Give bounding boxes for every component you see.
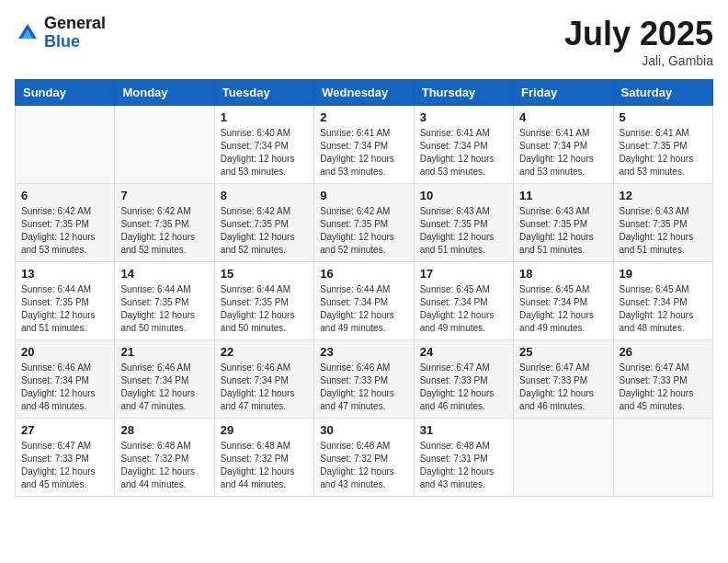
day-number: 21	[120, 345, 208, 359]
day-number: 1	[221, 110, 308, 124]
day-info: Sunrise: 6:48 AM Sunset: 7:32 PM Dayligh…	[320, 440, 407, 491]
month-title: July 2025	[564, 15, 713, 53]
col-saturday: Saturday	[613, 80, 712, 106]
calendar-cell: 27Sunrise: 6:47 AM Sunset: 7:33 PM Dayli…	[16, 419, 115, 497]
calendar-cell: 17Sunrise: 6:45 AM Sunset: 7:34 PM Dayli…	[414, 262, 513, 340]
day-info: Sunrise: 6:45 AM Sunset: 7:34 PM Dayligh…	[620, 283, 707, 335]
day-number: 8	[221, 189, 308, 202]
day-info: Sunrise: 6:44 AM Sunset: 7:35 PM Dayligh…	[120, 283, 208, 335]
calendar-week-2: 6Sunrise: 6:42 AM Sunset: 7:35 PM Daylig…	[16, 184, 713, 262]
calendar-body: 1Sunrise: 6:40 AM Sunset: 7:34 PM Daylig…	[16, 106, 713, 497]
day-number: 12	[620, 189, 707, 202]
day-number: 23	[320, 345, 407, 359]
logo-icon	[15, 20, 40, 46]
col-thursday: Thursday	[414, 80, 513, 106]
calendar-header: Sunday Monday Tuesday Wednesday Thursday…	[16, 80, 713, 106]
day-info: Sunrise: 6:41 AM Sunset: 7:34 PM Dayligh…	[519, 127, 607, 178]
day-info: Sunrise: 6:46 AM Sunset: 7:34 PM Dayligh…	[21, 362, 108, 413]
day-number: 17	[420, 267, 507, 281]
col-friday: Friday	[514, 80, 613, 106]
day-info: Sunrise: 6:48 AM Sunset: 7:32 PM Dayligh…	[221, 440, 308, 491]
day-info: Sunrise: 6:42 AM Sunset: 7:35 PM Dayligh…	[320, 205, 407, 257]
day-info: Sunrise: 6:45 AM Sunset: 7:34 PM Dayligh…	[420, 283, 507, 335]
day-info: Sunrise: 6:46 AM Sunset: 7:34 PM Dayligh…	[120, 362, 208, 413]
calendar-table: Sunday Monday Tuesday Wednesday Thursday…	[15, 79, 713, 497]
day-info: Sunrise: 6:42 AM Sunset: 7:35 PM Dayligh…	[221, 205, 308, 257]
calendar-cell: 2Sunrise: 6:41 AM Sunset: 7:34 PM Daylig…	[314, 106, 414, 184]
day-info: Sunrise: 6:41 AM Sunset: 7:34 PM Dayligh…	[420, 127, 507, 178]
day-number: 19	[620, 267, 707, 281]
day-number: 20	[21, 345, 108, 359]
calendar-cell: 19Sunrise: 6:45 AM Sunset: 7:34 PM Dayli…	[613, 262, 712, 340]
day-info: Sunrise: 6:47 AM Sunset: 7:33 PM Dayligh…	[519, 362, 607, 413]
calendar-cell: 3Sunrise: 6:41 AM Sunset: 7:34 PM Daylig…	[414, 106, 513, 184]
calendar-cell: 5Sunrise: 6:41 AM Sunset: 7:35 PM Daylig…	[613, 106, 712, 184]
calendar-cell: 9Sunrise: 6:42 AM Sunset: 7:35 PM Daylig…	[314, 184, 414, 262]
day-number: 7	[120, 189, 208, 202]
calendar-cell: 8Sunrise: 6:42 AM Sunset: 7:35 PM Daylig…	[214, 184, 313, 262]
day-info: Sunrise: 6:45 AM Sunset: 7:34 PM Dayligh…	[519, 283, 607, 335]
col-tuesday: Tuesday	[214, 80, 313, 106]
day-number: 24	[420, 345, 507, 359]
calendar-week-4: 20Sunrise: 6:46 AM Sunset: 7:34 PM Dayli…	[16, 340, 713, 419]
day-info: Sunrise: 6:41 AM Sunset: 7:35 PM Dayligh…	[620, 127, 707, 178]
calendar-cell: 1Sunrise: 6:40 AM Sunset: 7:34 PM Daylig…	[214, 106, 313, 184]
calendar-cell	[16, 106, 115, 184]
calendar-week-1: 1Sunrise: 6:40 AM Sunset: 7:34 PM Daylig…	[16, 106, 713, 184]
day-info: Sunrise: 6:43 AM Sunset: 7:35 PM Dayligh…	[519, 205, 607, 257]
day-info: Sunrise: 6:43 AM Sunset: 7:35 PM Dayligh…	[420, 205, 507, 257]
day-info: Sunrise: 6:46 AM Sunset: 7:34 PM Dayligh…	[221, 362, 308, 413]
logo-text: GeneralBlue	[44, 15, 106, 52]
day-number: 13	[21, 267, 108, 281]
day-info: Sunrise: 6:40 AM Sunset: 7:34 PM Dayligh…	[221, 127, 308, 178]
col-wednesday: Wednesday	[314, 80, 414, 106]
day-number: 26	[620, 345, 707, 359]
day-number: 15	[221, 267, 308, 281]
calendar-week-3: 13Sunrise: 6:44 AM Sunset: 7:35 PM Dayli…	[16, 262, 713, 340]
day-info: Sunrise: 6:42 AM Sunset: 7:35 PM Dayligh…	[21, 205, 108, 257]
calendar-cell: 23Sunrise: 6:46 AM Sunset: 7:33 PM Dayli…	[314, 340, 414, 419]
calendar-cell: 13Sunrise: 6:44 AM Sunset: 7:35 PM Dayli…	[16, 262, 115, 340]
calendar-cell: 10Sunrise: 6:43 AM Sunset: 7:35 PM Dayli…	[414, 184, 513, 262]
logo: GeneralBlue	[15, 15, 106, 52]
day-number: 2	[320, 110, 407, 124]
day-number: 22	[221, 345, 308, 359]
calendar-cell: 25Sunrise: 6:47 AM Sunset: 7:33 PM Dayli…	[514, 340, 613, 419]
day-number: 28	[120, 423, 208, 437]
calendar-cell: 4Sunrise: 6:41 AM Sunset: 7:34 PM Daylig…	[514, 106, 613, 184]
day-number: 4	[519, 110, 607, 124]
day-info: Sunrise: 6:44 AM Sunset: 7:35 PM Dayligh…	[21, 283, 108, 335]
col-sunday: Sunday	[16, 80, 115, 106]
calendar-cell: 22Sunrise: 6:46 AM Sunset: 7:34 PM Dayli…	[214, 340, 313, 419]
col-monday: Monday	[115, 80, 214, 106]
calendar-cell: 24Sunrise: 6:47 AM Sunset: 7:33 PM Dayli…	[414, 340, 513, 419]
day-number: 14	[120, 267, 208, 281]
day-info: Sunrise: 6:46 AM Sunset: 7:33 PM Dayligh…	[320, 362, 407, 413]
day-number: 10	[420, 189, 507, 202]
header-row: Sunday Monday Tuesday Wednesday Thursday…	[16, 80, 713, 106]
day-number: 18	[519, 267, 607, 281]
day-number: 25	[519, 345, 607, 359]
calendar-cell: 20Sunrise: 6:46 AM Sunset: 7:34 PM Dayli…	[16, 340, 115, 419]
calendar-cell	[613, 419, 712, 497]
day-number: 6	[21, 189, 108, 202]
day-number: 30	[320, 423, 407, 437]
day-number: 11	[519, 189, 607, 202]
calendar-cell: 31Sunrise: 6:48 AM Sunset: 7:31 PM Dayli…	[414, 419, 513, 497]
calendar-cell: 18Sunrise: 6:45 AM Sunset: 7:34 PM Dayli…	[514, 262, 613, 340]
day-number: 27	[21, 423, 108, 437]
day-number: 9	[320, 189, 407, 202]
day-number: 3	[420, 110, 507, 124]
calendar-cell: 12Sunrise: 6:43 AM Sunset: 7:35 PM Dayli…	[613, 184, 712, 262]
day-info: Sunrise: 6:44 AM Sunset: 7:34 PM Dayligh…	[320, 283, 407, 335]
calendar-cell: 26Sunrise: 6:47 AM Sunset: 7:33 PM Dayli…	[613, 340, 712, 419]
calendar-cell: 6Sunrise: 6:42 AM Sunset: 7:35 PM Daylig…	[16, 184, 115, 262]
calendar-cell: 14Sunrise: 6:44 AM Sunset: 7:35 PM Dayli…	[115, 262, 214, 340]
day-info: Sunrise: 6:47 AM Sunset: 7:33 PM Dayligh…	[21, 440, 108, 491]
calendar-cell: 15Sunrise: 6:44 AM Sunset: 7:35 PM Dayli…	[214, 262, 313, 340]
calendar-cell: 28Sunrise: 6:48 AM Sunset: 7:32 PM Dayli…	[115, 419, 214, 497]
calendar-cell: 29Sunrise: 6:48 AM Sunset: 7:32 PM Dayli…	[214, 419, 313, 497]
calendar-cell: 7Sunrise: 6:42 AM Sunset: 7:35 PM Daylig…	[115, 184, 214, 262]
day-info: Sunrise: 6:48 AM Sunset: 7:31 PM Dayligh…	[420, 440, 507, 491]
calendar-week-5: 27Sunrise: 6:47 AM Sunset: 7:33 PM Dayli…	[16, 419, 713, 497]
